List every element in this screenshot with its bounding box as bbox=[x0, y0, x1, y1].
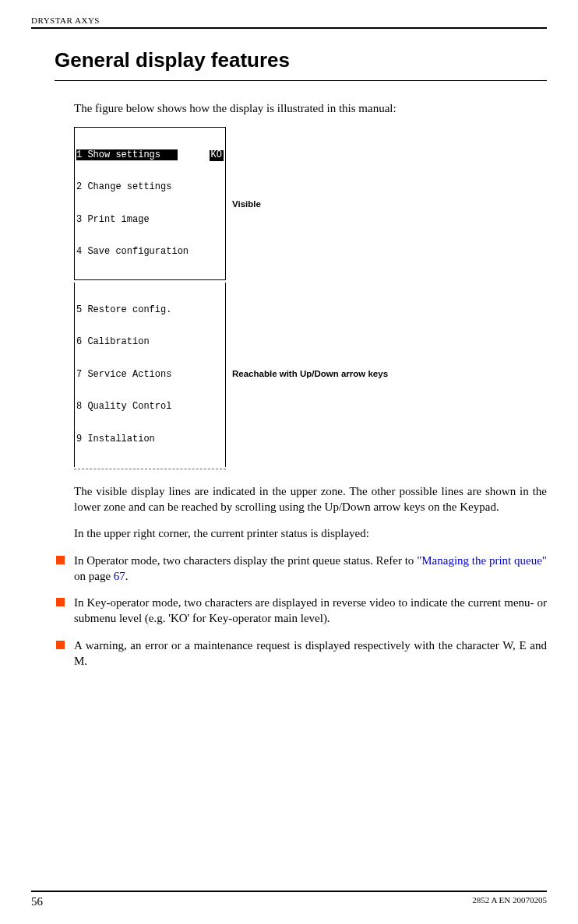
display-figure: 1 Show settings KO 2 Change settings 3 P… bbox=[74, 127, 547, 469]
visible-label: Visible bbox=[232, 199, 261, 209]
document-id: 2852 A EN 20070205 bbox=[472, 895, 547, 908]
bullet-warning-error: A warning, an error or a maintenance req… bbox=[56, 638, 547, 669]
bullet-text: A warning, an error or a maintenance req… bbox=[74, 638, 547, 669]
bullet-text: In Key-operator mode, two characters are… bbox=[74, 595, 547, 627]
lcd-lower-zone: 5 Restore config. 6 Calibration 7 Servic… bbox=[74, 283, 226, 467]
bullet-operator-mode: In Operator mode, two characters display… bbox=[56, 553, 547, 585]
section-title: General display features bbox=[55, 48, 547, 72]
running-header: DRYSTAR AXYS bbox=[31, 16, 547, 27]
square-bullet-icon bbox=[56, 641, 65, 649]
page-footer: 56 2852 A EN 20070205 bbox=[31, 891, 547, 908]
page-number: 56 bbox=[31, 895, 43, 908]
intro-paragraph: The figure below shows how the display i… bbox=[74, 100, 547, 116]
paragraph-zones: The visible display lines are indicated … bbox=[74, 483, 547, 515]
figure-dashed-rule bbox=[74, 469, 226, 469]
bullet-key-operator-mode: In Key-operator mode, two characters are… bbox=[56, 595, 547, 627]
header-rule bbox=[31, 27, 547, 29]
link-managing-queue[interactable]: "Managing the print queue" bbox=[417, 554, 547, 567]
reachable-label: Reachable with Up/Down arrow keys bbox=[232, 369, 388, 378]
paragraph-status: In the upper right corner, the current p… bbox=[74, 525, 547, 541]
link-page-67[interactable]: 67 bbox=[114, 570, 125, 582]
bullet-text: In Operator mode, two characters display… bbox=[74, 553, 547, 585]
lcd-upper-zone: 1 Show settings KO 2 Change settings 3 P… bbox=[74, 127, 226, 280]
square-bullet-icon bbox=[56, 556, 65, 564]
footer-rule bbox=[31, 891, 547, 892]
square-bullet-icon bbox=[56, 598, 65, 606]
section-rule bbox=[55, 80, 547, 81]
